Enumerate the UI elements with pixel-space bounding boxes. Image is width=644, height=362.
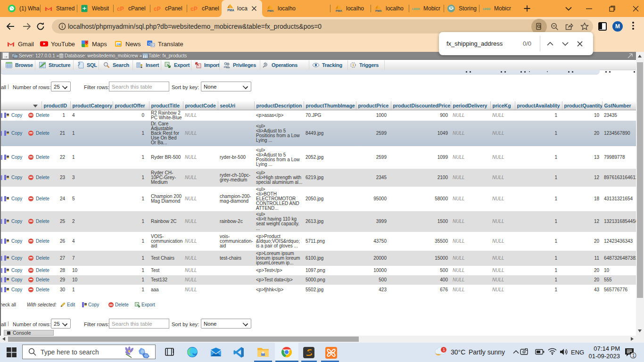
svg-text:PMA: PMA bbox=[336, 9, 342, 12]
svg-text:PMA: PMA bbox=[267, 9, 274, 12]
svg-text:cP: cP bbox=[117, 6, 124, 12]
svg-text:LOGO: LOGO bbox=[483, 8, 491, 10]
svg-text:GB: GB bbox=[116, 43, 121, 46]
svg-text:1: 1 bbox=[632, 353, 635, 358]
svg-text:cP: cP bbox=[154, 6, 161, 12]
svg-text:文: 文 bbox=[152, 43, 155, 47]
svg-text:PMA: PMA bbox=[227, 8, 234, 12]
svg-text:1: 1 bbox=[443, 347, 445, 352]
svg-text:cP: cP bbox=[190, 6, 198, 12]
svg-text:LOGO: LOGO bbox=[412, 8, 420, 10]
svg-text:PMA: PMA bbox=[375, 9, 382, 12]
